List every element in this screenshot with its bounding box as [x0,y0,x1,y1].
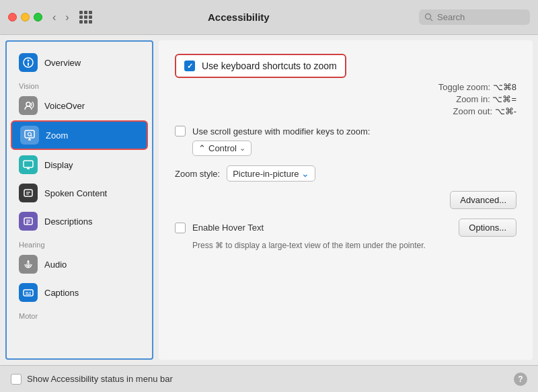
sidebar-section-vision: Vision [7,77,152,91]
svg-rect-6 [25,130,34,138]
sidebar-item-spoken-content[interactable]: Spoken Content [11,180,148,206]
help-button[interactable]: ? [514,373,527,386]
titlebar: ‹ › Accessibility [0,0,538,35]
sidebar-item-voiceover[interactable]: VoiceOver [11,92,148,119]
zoom-in-item: Zoom in: ⌥⌘= [195,94,516,104]
sidebar-item-descriptions[interactable]: Descriptions [11,208,148,235]
sidebar-item-overview[interactable]: Overview [11,49,148,76]
search-bar[interactable] [419,9,530,25]
svg-rect-9 [24,161,33,167]
zoom-out-value: ⌥⌘- [495,106,516,116]
sidebar-item-display[interactable]: Display [11,151,148,178]
voiceover-icon [19,96,38,115]
toggle-zoom-label: Toggle zoom: [438,82,490,92]
zoom-style-chevron-icon: ⌄ [301,168,309,179]
hover-text-checkbox[interactable] [175,223,186,233]
show-status-label: Show Accessibility status in menu bar [27,374,173,384]
hover-text-label: Enable Hover Text [192,223,452,233]
modifier-key-dropdown[interactable]: ⌃ Control ⌄ [192,141,252,156]
hover-text-row: Enable Hover Text Options... [175,219,516,237]
sidebar-label-spoken-content: Spoken Content [44,188,107,198]
sidebar-section-motor: Motor [7,307,152,321]
sidebar-label-zoom: Zoom [46,130,68,141]
hover-text-description: Press ⌘ to display a large-text view of … [175,241,516,250]
zoom-icon [20,126,39,145]
bottom-bar: Show Accessibility status in menu bar ? [0,365,538,392]
zoom-in-value: ⌥⌘= [492,94,516,104]
bottom-checkbox-row: Show Accessibility status in menu bar [11,374,514,385]
svg-rect-10 [24,190,32,196]
options-button[interactable]: Options... [459,219,516,237]
scroll-gesture-row: Use scroll gesture with modifier keys to… [175,126,516,136]
sidebar-label-audio: Audio [44,260,67,270]
keyboard-shortcut-checkbox[interactable] [184,61,195,71]
dropdown-chevron-down-icon: ⌄ [239,144,245,153]
shortcut-list: Toggle zoom: ⌥⌘8 Zoom in: ⌥⌘= Zoom out: … [175,82,516,116]
keyboard-shortcut-row: Use keyboard shortcuts to zoom [175,54,346,78]
overview-icon [19,53,38,72]
svg-point-5 [26,102,30,106]
zoom-style-label: Zoom style: [175,169,220,179]
spoken-content-icon [19,184,38,202]
svg-line-1 [430,19,432,21]
sidebar-label-display: Display [44,160,73,170]
traffic-lights [8,13,42,22]
sidebar-label-voiceover: VoiceOver [44,101,85,111]
sidebar-label-captions: Captions [44,288,79,298]
svg-line-8 [31,135,32,136]
keyboard-shortcut-label: Use keyboard shortcuts to zoom [202,61,337,71]
zoom-style-value: Picture-in-picture [233,169,299,179]
zoom-button[interactable] [34,13,42,22]
zoom-style-dropdown[interactable]: Picture-in-picture ⌄ [227,165,315,182]
svg-point-3 [28,60,30,62]
sidebar-label-overview: Overview [44,58,81,68]
display-icon [19,155,38,174]
dropdown-arrow-up: ⌃ [198,143,206,153]
search-icon [424,13,433,22]
sidebar: Overview Vision VoiceOver [5,40,153,360]
zoom-out-label: Zoom out: [453,106,493,116]
toggle-zoom-item: Toggle zoom: ⌥⌘8 [195,82,516,92]
scroll-gesture-control-row: ⌃ Control ⌄ [175,141,516,156]
descriptions-icon [19,212,38,231]
sidebar-item-audio[interactable]: Audio [11,251,148,278]
control-label: Control [208,143,237,153]
minimize-button[interactable] [21,13,30,22]
captions-icon [19,283,38,302]
right-panel: Use keyboard shortcuts to zoom Toggle zo… [159,40,533,360]
zoom-in-label: Zoom in: [456,94,490,104]
search-input[interactable] [437,12,525,22]
svg-point-0 [426,14,431,19]
sidebar-item-zoom[interactable]: Zoom [11,120,148,150]
window-title: Accessibility [59,11,419,23]
sidebar-item-captions[interactable]: Captions [11,279,148,306]
zoom-out-item: Zoom out: ⌥⌘- [195,106,516,116]
sidebar-section-hearing: Hearing [7,235,152,250]
svg-point-7 [28,132,32,136]
main-content: Overview Vision VoiceOver [0,35,538,365]
advanced-button[interactable]: Advanced... [450,191,516,209]
scroll-gesture-checkbox[interactable] [175,126,186,136]
toggle-zoom-value: ⌥⌘8 [493,82,516,92]
zoom-style-row: Zoom style: Picture-in-picture ⌄ [175,165,516,182]
svg-rect-4 [28,63,29,66]
show-status-checkbox[interactable] [11,374,22,385]
close-button[interactable] [8,13,17,22]
audio-icon [19,255,38,274]
sidebar-label-descriptions: Descriptions [44,217,93,227]
scroll-gesture-label: Use scroll gesture with modifier keys to… [192,126,370,136]
